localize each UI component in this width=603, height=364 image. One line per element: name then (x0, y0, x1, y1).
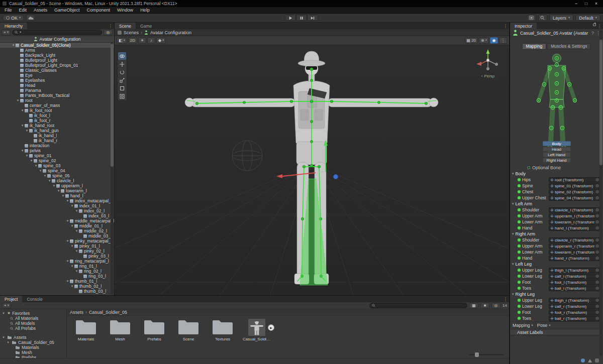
bone-object-field[interactable]: ball_l (Transform)◎ (549, 286, 600, 291)
folder-casual-soldier-05[interactable]: ▾Casual_Soldier_05 (0, 340, 66, 345)
hierarchy-item-ik-foot-r[interactable]: ik_foot_r (0, 118, 114, 123)
breadcrumb-assets[interactable]: Assets (70, 310, 83, 315)
chevron-down-icon[interactable]: ▾ (47, 178, 52, 183)
expand-asset-button[interactable]: ▶ (268, 324, 274, 331)
cloud-services-button[interactable] (26, 15, 35, 21)
inspector-menu-icon[interactable]: ⋮ (596, 23, 603, 29)
object-picker-icon[interactable]: ◎ (595, 256, 599, 260)
object-picker-icon[interactable]: ◎ (595, 244, 599, 248)
rect-tool-button[interactable] (118, 84, 126, 92)
effects-toggle-button[interactable]: ◆▾ (156, 37, 166, 44)
hierarchy-item-clavicle-l[interactable]: ▾clavicle_l (0, 178, 114, 183)
chevron-down-icon[interactable]: ▾ (74, 269, 79, 274)
shading-mode-button[interactable]: ◧▾ (117, 37, 127, 44)
favorite-all-materials[interactable]: All Materials (0, 316, 66, 321)
hierarchy-item-middle-metacarpal-l[interactable]: ▾middle_metacarpal_l (0, 218, 114, 223)
search-by-type-button[interactable]: ▦ (469, 303, 478, 308)
chevron-down-icon[interactable]: ▾ (61, 193, 65, 198)
create-object-button[interactable]: + ▾ (2, 30, 11, 35)
section-header-right-leg[interactable]: ▾Right Leg (510, 291, 603, 297)
chevron-down-icon[interactable]: ▾ (34, 163, 38, 168)
undo-history-button[interactable] (527, 15, 536, 21)
scene-tab-scene[interactable]: Scene (115, 23, 136, 29)
menu-gameobject[interactable]: GameObject (51, 8, 83, 13)
lighting-toggle-button[interactable]: ☀ (138, 37, 146, 44)
hierarchy-item-ring-03-l[interactable]: ring_03_l (0, 274, 114, 279)
search-by-label-button[interactable]: ★ (480, 303, 489, 308)
layers-dropdown[interactable]: Layers ▾ (549, 15, 573, 21)
object-picker-icon[interactable]: ◎ (595, 226, 599, 230)
hierarchy-item-ring-metacarpal-l[interactable]: ▾ring_metacarpal_l (0, 259, 114, 264)
hierarchy-item-interaction[interactable]: interaction (0, 143, 114, 148)
object-picker-icon[interactable]: ◎ (595, 310, 599, 314)
hierarchy-item-middle-02-l[interactable]: ▾middle_02_l (0, 228, 114, 233)
hierarchy-search-input[interactable]: ▾ (12, 30, 102, 35)
slider-thumb[interactable] (475, 352, 479, 357)
bone-object-field[interactable]: hand_l (Transform)◎ (549, 225, 600, 231)
object-picker-icon[interactable]: ◎ (595, 184, 599, 188)
bone-object-field[interactable]: clavicle_l (Transform)◎ (549, 207, 600, 213)
breadcrumb-scenes[interactable]: Scenes (124, 30, 139, 35)
chevron-down-icon[interactable]: ▾ (16, 98, 20, 103)
camera-toggle-button[interactable]: ◉ (490, 37, 498, 44)
avatar-part-right-hand[interactable]: Right Hand (543, 158, 571, 163)
bone-object-field[interactable]: spine_01 (Transform)◎ (549, 183, 600, 189)
view-2d-toggle[interactable]: 2D (128, 37, 137, 44)
bone-object-field[interactable]: foot_l (Transform)◎ (549, 280, 600, 285)
play-button[interactable] (285, 15, 296, 21)
menu-help[interactable]: Help (137, 8, 153, 13)
persp-toggle-icon[interactable]: ‹ (481, 74, 483, 78)
hierarchy-item-classic-glasses[interactable]: Classic_Glasses (0, 68, 114, 73)
chevron-down-icon[interactable]: ▾ (65, 259, 70, 264)
hierarchy-item-ik-hand-r[interactable]: ik_hand_r (0, 138, 114, 143)
rotate-tool-button[interactable] (118, 68, 126, 76)
hierarchy-item-index-metacarpal-l[interactable]: ▾index_metacarpal_l (0, 198, 114, 203)
bone-object-field[interactable]: upperarm_l (Transform)◎ (549, 213, 600, 219)
section-header-left-leg[interactable]: ▾Left Leg (510, 261, 603, 267)
chevron-down-icon[interactable]: ▾ (70, 264, 74, 269)
bone-object-field[interactable]: hand_r (Transform)◎ (549, 256, 600, 261)
bone-object-field[interactable]: calf_r (Transform)◎ (549, 304, 600, 309)
chevron-down-icon[interactable]: ▾ (25, 153, 29, 158)
asset-scene[interactable]: Scene (174, 318, 203, 341)
hierarchy-item-pelvis[interactable]: ▾pelvis (0, 148, 114, 153)
chevron-down-icon[interactable]: ▾ (20, 148, 25, 153)
activity-status-icon[interactable] (581, 358, 585, 362)
tab-hierarchy[interactable]: Hierarchy (0, 23, 27, 29)
chevron-down-icon[interactable]: ▾ (11, 43, 16, 48)
orientation-gizmo[interactable]: ‹ Persp (474, 48, 502, 78)
section-header-right-arm[interactable]: ▾Right Arm (510, 231, 603, 237)
hierarchy-item-eye[interactable]: Eye (0, 73, 114, 78)
breadcrumb-current-folder[interactable]: Casual_Soldier_05 (89, 310, 127, 315)
scrollbar-thumb[interactable] (111, 44, 114, 167)
menu-component[interactable]: Component (83, 8, 114, 13)
favorite-all-models[interactable]: All Models (0, 321, 66, 326)
hierarchy-item-ik-foot-l[interactable]: ik_foot_l (0, 113, 114, 118)
step-button[interactable] (307, 15, 318, 21)
favorites-header[interactable]: ▾★Favorites (0, 311, 66, 316)
folder-materials[interactable]: Materials (0, 345, 66, 350)
hierarchy-item-bulletproof-light[interactable]: Bulletproof_Light (0, 58, 114, 63)
chevron-down-icon[interactable]: ▾ (70, 203, 74, 208)
chevron-down-icon[interactable]: ▾ (6, 340, 10, 345)
chevron-down-icon[interactable]: ▾ (29, 158, 34, 163)
hierarchy-item-spine-02[interactable]: ▾spine_02 (0, 158, 114, 163)
chevron-down-icon[interactable]: ▾ (20, 108, 25, 113)
hierarchy-item-panama[interactable]: Panama (0, 88, 114, 93)
inspector-tab-muscles-settings[interactable]: Muscles & Settings (547, 43, 591, 50)
hierarchy-item-spine-03[interactable]: ▾spine_03 (0, 163, 114, 168)
chevron-down-icon[interactable]: ▾ (38, 168, 43, 173)
chevron-down-icon[interactable]: ▾ (43, 173, 47, 178)
asset-prefabs[interactable]: Prefabs (140, 318, 168, 341)
object-picker-icon[interactable]: ◎ (595, 178, 599, 182)
chevron-down-icon[interactable]: ▾ (65, 198, 70, 203)
hierarchy-menu-icon[interactable]: ⋮ (107, 23, 114, 29)
bone-object-field[interactable]: lowerarm_l (Transform)◎ (549, 219, 600, 225)
bone-object-field[interactable]: upperarm_r (Transform)◎ (549, 244, 600, 249)
hierarchy-item-thumb-03-l[interactable]: thumb_03_l (0, 289, 114, 294)
object-picker-icon[interactable]: ◎ (595, 274, 599, 278)
hierarchy-item-index-02-l[interactable]: ▾index_02_l (0, 208, 114, 213)
lock-icon[interactable] (593, 24, 596, 26)
hierarchy-item-casual-soldier-05-clone[interactable]: ▾Casual_Soldier_05(Clone) (0, 43, 114, 48)
chevron-down-icon[interactable]: ▾ (2, 335, 6, 340)
